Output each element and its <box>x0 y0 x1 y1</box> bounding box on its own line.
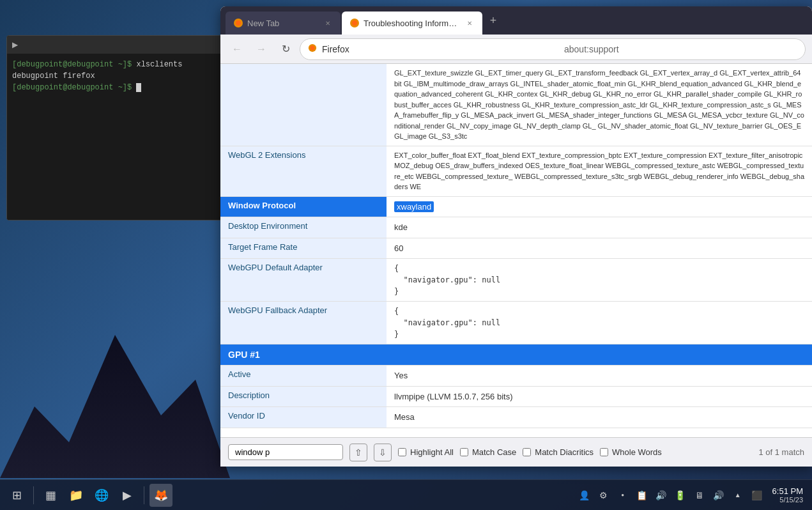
tray-settings-icon[interactable]: ⚙ <box>596 488 611 503</box>
content-area: GL_EXT_texture_swizzle GL_EXT_timer_quer… <box>220 64 812 467</box>
table-row-webgpu-default: WebGPU Default Adapter { "navigator.gpu"… <box>220 259 812 302</box>
section-header-gpu1: GPU #1 <box>220 344 812 366</box>
nav-bar: ← → ↻ Firefox about:support <box>220 35 812 64</box>
row-value-active: Yes <box>387 366 812 387</box>
tab-new-tab-label: New Tab <box>247 19 319 28</box>
tab-bar: New Tab ✕ Troubleshooting Informat... ✕ … <box>220 6 812 35</box>
row-value-webgpu-default: { "navigator.gpu": null} <box>387 259 812 302</box>
match-case-label[interactable]: Match Case <box>472 447 516 457</box>
table-row-description: Description llvmpipe (LLVM 15.0.7, 256 b… <box>220 386 812 407</box>
tab-troubleshooting[interactable]: Troubleshooting Informat... ✕ <box>342 12 482 35</box>
svg-point-3 <box>352 20 357 26</box>
table-row-webgl2: WebGL 2 Extensions EXT_color_buffer_floa… <box>220 146 812 196</box>
taskbar-sep-2 <box>144 486 144 504</box>
match-diacritics-label[interactable]: Match Diacritics <box>535 447 594 457</box>
whole-words-label[interactable]: Whole Words <box>612 447 662 457</box>
terminal-window: ▶ [debugpoint@debugpoint ~]$ xlsclients … <box>6 35 224 220</box>
tab-new-tab-close[interactable]: ✕ <box>323 18 333 28</box>
address-prefix: Firefox <box>322 44 555 54</box>
tray-network-icon[interactable]: 🔊 <box>654 488 669 503</box>
tray-expand-icon[interactable]: ▲ <box>730 488 746 503</box>
match-diacritics-checkbox[interactable] <box>523 448 531 456</box>
tray-user-icon[interactable]: 👤 <box>577 488 592 503</box>
firefox-taskbar-icon[interactable]: 🦊 <box>149 484 172 507</box>
tray-display-icon[interactable]: 🖥 <box>692 488 707 503</box>
svg-point-5 <box>310 46 315 50</box>
mountain-silhouette <box>0 299 230 478</box>
highlight-all-checkbox[interactable] <box>398 448 406 456</box>
svg-point-1 <box>236 20 241 26</box>
desktop: ▶ [debugpoint@debugpoint ~]$ xlsclients … <box>0 0 812 510</box>
find-input[interactable] <box>228 444 343 460</box>
row-value: GL_EXT_texture_swizzle GL_EXT_timer_quer… <box>387 64 812 146</box>
tab-troubleshooting-label: Troubleshooting Informat... <box>364 19 461 28</box>
row-label-webgpu-fallback: WebGPU Fallback Adapter <box>220 302 387 344</box>
tray-screen-icon[interactable]: ⬛ <box>749 488 765 503</box>
tray-clipboard-icon[interactable]: 📋 <box>634 488 650 503</box>
find-result-count: 1 of 1 match <box>758 447 804 457</box>
row-label-window-protocol: Window Protocol <box>220 196 387 217</box>
row-label-frame-rate: Target Frame Rate <box>220 238 387 259</box>
table-row-vendor-id: Vendor ID Mesa <box>220 407 812 428</box>
row-label <box>220 64 387 146</box>
find-prev-button[interactable]: ⇧ <box>349 444 367 461</box>
terminal-cursor <box>136 83 141 92</box>
row-label-desktop-env: Desktop Environment <box>220 217 387 238</box>
reload-button[interactable]: ↻ <box>275 39 296 59</box>
tray-battery-icon[interactable]: 🔋 <box>673 488 688 503</box>
find-bar: ⇧ ⇩ Highlight All Match Case Match Diacr… <box>220 437 812 467</box>
terminal-content: [debugpoint@debugpoint ~]$ xlsclients de… <box>7 54 223 220</box>
back-button[interactable]: ← <box>227 39 247 59</box>
firefox-icon-tab2 <box>349 18 360 28</box>
tab-troubleshooting-close[interactable]: ✕ <box>464 18 475 28</box>
files-icon[interactable]: 📁 <box>65 484 88 507</box>
apps-icon[interactable]: ⊞ <box>5 484 28 507</box>
table-scroll[interactable]: GL_EXT_texture_swizzle GL_EXT_timer_quer… <box>220 64 812 437</box>
highlight-xwayland: xwayland <box>394 201 434 212</box>
match-case-checkbox[interactable] <box>460 448 468 456</box>
table-row: GL_EXT_texture_swizzle GL_EXT_timer_quer… <box>220 64 812 146</box>
row-label-webgl2: WebGL 2 Extensions <box>220 146 387 196</box>
row-label-webgpu-default: WebGPU Default Adapter <box>220 259 387 302</box>
terminal-line-2: debugpoint firefox <box>12 70 218 82</box>
terminal-titlebar: ▶ <box>7 36 223 54</box>
system-tray: 👤 ⚙ ● 📋 🔊 🔋 🖥 🔊 ▲ ⬛ 6:51 PM 5/15/23 <box>577 485 807 505</box>
browser-globe-icon[interactable]: 🌐 <box>90 484 113 507</box>
match-case-group: Match Case <box>460 447 516 457</box>
table-row-active: Active Yes <box>220 366 812 387</box>
row-value-webgl2: EXT_color_buffer_float EXT_float_blend E… <box>387 146 812 196</box>
clock-time: 6:51 PM <box>772 486 803 496</box>
pager-icon[interactable]: ▦ <box>39 484 62 507</box>
row-value-desktop-env: kde <box>387 217 812 238</box>
firefox-address-icon <box>308 43 317 54</box>
row-value-description: llvmpipe (LLVM 15.0.7, 256 bits) <box>387 386 812 407</box>
terminal-line-3: [debugpoint@debugpoint ~]$ <box>12 82 218 93</box>
tab-new-tab[interactable]: New Tab ✕ <box>226 12 341 35</box>
whole-words-checkbox[interactable] <box>600 448 608 456</box>
info-table: GL_EXT_texture_swizzle GL_EXT_timer_quer… <box>220 64 812 428</box>
table-row-desktop-env: Desktop Environment kde <box>220 217 812 238</box>
match-diacritics-group: Match Diacritics <box>523 447 594 457</box>
tray-dot-icon[interactable]: ● <box>615 488 631 503</box>
taskbar-sep-1 <box>33 486 34 504</box>
browser-window: New Tab ✕ Troubleshooting Informat... ✕ … <box>220 6 812 467</box>
terminal-line-1: [debugpoint@debugpoint ~]$ xlsclients <box>12 59 218 70</box>
find-next-button[interactable]: ⇩ <box>374 444 392 461</box>
new-tab-button[interactable]: + <box>484 11 503 30</box>
table-row-frame-rate: Target Frame Rate 60 <box>220 238 812 259</box>
table-row-webgpu-fallback: WebGPU Fallback Adapter { "navigator.gpu… <box>220 302 812 344</box>
highlight-all-group: Highlight All <box>398 447 454 457</box>
forward-button[interactable]: → <box>251 39 272 59</box>
row-label-vendor-id: Vendor ID <box>220 407 387 428</box>
address-bar[interactable]: Firefox about:support <box>300 38 806 60</box>
row-value-webgpu-fallback: { "navigator.gpu": null} <box>387 302 812 344</box>
firefox-icon-tab1 <box>233 18 243 28</box>
more-apps-icon[interactable]: ▶ <box>116 484 139 507</box>
taskbar: ⊞ ▦ 📁 🌐 ▶ 🦊 👤 ⚙ ● 📋 🔊 🔋 🖥 🔊 ▲ ⬛ 6:51 PM … <box>0 479 812 510</box>
clock[interactable]: 6:51 PM 5/15/23 <box>769 485 807 505</box>
whole-words-group: Whole Words <box>600 447 662 457</box>
highlight-all-label[interactable]: Highlight All <box>410 447 454 457</box>
tray-volume-icon[interactable]: 🔊 <box>711 488 726 503</box>
row-label-description: Description <box>220 386 387 407</box>
table-section-gpu1: GPU #1 <box>220 344 812 366</box>
